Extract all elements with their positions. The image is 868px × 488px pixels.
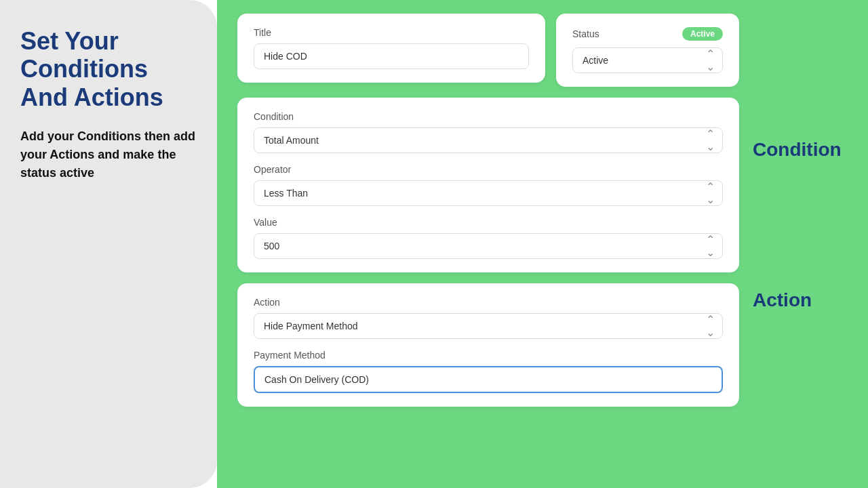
title-status-row: Title Status Active Active Inactive ⌃⌄ [237,14,739,87]
operator-label: Operator [254,164,723,175]
action-group: Action Hide Payment Method Show Payment … [254,297,723,339]
value-label: Value [254,217,723,228]
title-card: Title [237,14,545,83]
action-card: Action Hide Payment Method Show Payment … [237,283,739,407]
payment-method-input[interactable] [254,366,723,393]
condition-select[interactable]: Total Amount Subtotal Quantity Weight [254,127,723,153]
condition-side-label: Condition [753,139,848,161]
payment-method-label: Payment Method [254,350,723,361]
value-select[interactable]: 500 100 200 1000 [254,233,723,259]
status-select-wrapper: Active Inactive ⌃⌄ [572,47,723,73]
status-label: Status [572,28,599,39]
right-panel: Title Status Active Active Inactive ⌃⌄ [217,0,868,488]
main-content: Title Status Active Active Inactive ⌃⌄ [237,14,739,474]
side-labels: Condition Action [753,14,848,474]
title-input[interactable] [254,43,529,69]
page-description: Add your Conditions then add your Action… [20,127,197,182]
operator-select-wrapper: Less Than Greater Than Equal To Not Equa… [254,180,723,206]
action-select[interactable]: Hide Payment Method Show Payment Method … [254,313,723,339]
status-header: Status Active [572,27,723,41]
condition-label: Condition [254,111,723,122]
action-side-label: Action [753,289,848,311]
page-title: Set Your Conditions And Actions [20,27,197,111]
action-label: Action [254,297,723,308]
title-label: Title [254,27,529,38]
condition-group: Condition Total Amount Subtotal Quantity… [254,111,723,153]
left-panel: Set Your Conditions And Actions Add your… [0,0,217,488]
status-select[interactable]: Active Inactive [572,47,723,73]
value-select-wrapper: 500 100 200 1000 ⌃⌄ [254,233,723,259]
payment-method-group: Payment Method [254,350,723,393]
condition-card: Condition Total Amount Subtotal Quantity… [237,98,739,272]
condition-select-wrapper: Total Amount Subtotal Quantity Weight ⌃⌄ [254,127,723,153]
status-badge: Active [682,27,723,41]
status-card: Status Active Active Inactive ⌃⌄ [556,14,739,87]
value-group: Value 500 100 200 1000 ⌃⌄ [254,217,723,259]
operator-group: Operator Less Than Greater Than Equal To… [254,164,723,206]
operator-select[interactable]: Less Than Greater Than Equal To Not Equa… [254,180,723,206]
action-select-wrapper: Hide Payment Method Show Payment Method … [254,313,723,339]
